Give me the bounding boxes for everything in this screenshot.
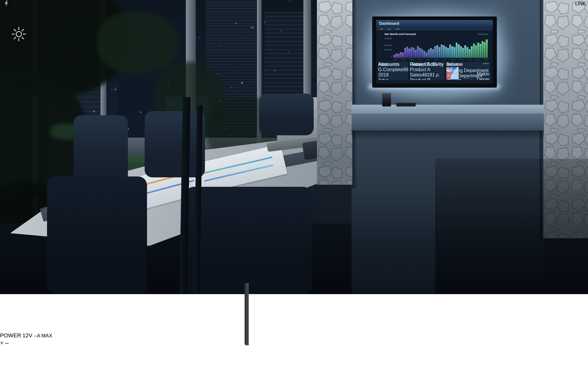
- tv-chart-bar: [456, 43, 457, 58]
- power-plus: +: [0, 339, 4, 346]
- textured-wall-panel: [317, 0, 353, 185]
- vent-slot-group: [0, 318, 8, 333]
- office-chair: [47, 176, 147, 294]
- wall-seam-shadow: [352, 0, 357, 188]
- y-axis-tick: 10,000,000: [377, 49, 392, 51]
- tv-chart-bar: [475, 45, 477, 58]
- city-light: [251, 27, 252, 28]
- wall-ledge-top: [352, 105, 544, 114]
- x-axis-tick: Mar 19: [402, 59, 405, 60]
- menu-item[interactable]: Edit: [387, 28, 391, 30]
- tv-chart-bar: [464, 45, 466, 58]
- tv-chart-bar: [445, 47, 447, 58]
- tv-chart-bar: [423, 51, 425, 58]
- city-light: [281, 31, 282, 31]
- tv-chart-bar: [469, 49, 470, 58]
- city-light: [235, 23, 236, 24]
- activity-row: Product A Sales48181 p.: [410, 67, 445, 78]
- city-light: [270, 49, 270, 50]
- city-light: [117, 87, 118, 87]
- tv-chart-bar: [460, 46, 462, 58]
- accounts-title: Accounts: [378, 62, 400, 67]
- vent-slot-group: [0, 73, 6, 86]
- tv-chart-bar: [458, 44, 460, 58]
- activity-row: Product B Sales78181 p.: [410, 78, 445, 80]
- tv-chart-bar: [428, 50, 430, 58]
- power-minus: –: [5, 339, 9, 346]
- wall-ledge-front: [352, 114, 544, 131]
- vent-slot-group: [0, 278, 8, 293]
- income-title: Income: [446, 62, 463, 67]
- networth-chart-title: Net Worth and Forecast: [385, 32, 416, 36]
- city-light: [217, 74, 218, 74]
- rear-device-left-edge: [245, 283, 249, 345]
- tv-chart-bar: [480, 44, 481, 58]
- panel-shading: [317, 0, 353, 185]
- vent-slot-group: [0, 36, 6, 49]
- city-light: [253, 27, 254, 28]
- tv-chart-bar: [426, 53, 427, 58]
- x-axis-tick: Sep 19: [426, 59, 430, 60]
- tv-chart-bar: [447, 48, 449, 58]
- tv-chart-bar: [486, 39, 487, 58]
- tv-chart-bar: [462, 48, 464, 58]
- department-item: Making Department: [477, 71, 490, 80]
- dashboard-titlebar: Dashboard: [376, 20, 493, 27]
- dashboard-menubar: FileEditView: [376, 27, 493, 31]
- tv-chart-bar: [398, 54, 400, 58]
- tv-chart-bar: [449, 44, 451, 58]
- phone-dock: [382, 93, 391, 106]
- x-axis-tick: Nov 20: [484, 59, 488, 60]
- tv-chart-bar: [430, 48, 432, 58]
- media-device: [396, 103, 416, 106]
- office-chair: [185, 187, 312, 294]
- power-voltage-label: 12V: [22, 332, 32, 339]
- wall-dark-vignette: [435, 159, 588, 294]
- city-light: [199, 37, 200, 38]
- ledge-shadow: [352, 131, 544, 141]
- tv-chart-bar: [411, 47, 412, 58]
- x-axis-tick: May 20: [460, 59, 464, 60]
- quick-review-link[interactable]: Quick Review: [478, 33, 489, 35]
- tv-chart-bar: [439, 47, 440, 58]
- tv-chart-bar: [402, 53, 404, 58]
- tv-chart-bar: [443, 45, 445, 58]
- chart-baseline: [393, 58, 488, 58]
- office-chair: [259, 94, 314, 135]
- x-axis-tick: Nov 19: [435, 59, 438, 60]
- tv-chart-bar: [400, 52, 402, 58]
- dashboard-title: Dashboard: [379, 21, 399, 26]
- tv-chart-bar: [393, 55, 395, 58]
- city-light: [93, 111, 95, 112]
- tv-chart-bar: [432, 49, 434, 58]
- menu-item[interactable]: View: [396, 28, 400, 30]
- x-axis-ticks: Jan 19Mar 19May 19Jul 19Sep 19Nov 19Jan …: [393, 59, 488, 60]
- vent-slot-group: [0, 48, 6, 61]
- x-axis-tick: Jan 19: [393, 59, 397, 60]
- account-row: Artur G.Complete81031pointsJul 2019: [378, 78, 408, 80]
- city-light: [140, 112, 141, 113]
- vent-slot-group: [0, 110, 6, 123]
- vent-slot-group: [0, 291, 8, 306]
- city-light: [239, 71, 240, 72]
- plant-leaf: [97, 12, 179, 74]
- tv-chart-bar: [415, 50, 417, 58]
- networth-bar-chart: [393, 37, 488, 58]
- rear-panel: POWER 12V --A MAX + – INPUTS UPI 100W PW…: [0, 332, 588, 370]
- tv-chart-bar: [404, 48, 406, 58]
- tv-chart-bar: [477, 43, 479, 58]
- office-chair: [74, 115, 128, 184]
- sig-label: SIG: [3, 1, 11, 6]
- x-axis-tick: Sep 20: [476, 59, 480, 60]
- tv-chart-bar: [395, 54, 397, 58]
- vent-slot-group: [0, 264, 8, 279]
- y-axis-tick: 0: [377, 56, 392, 58]
- x-axis-tick: Mar 20: [451, 59, 455, 60]
- y-axis-tick: 40,000,000: [377, 38, 392, 39]
- dashboard-screen: Dashboard FileEditView Net Worth and For…: [376, 20, 493, 84]
- activity-header: Recent Activity: [410, 62, 445, 65]
- wall-display: Dashboard FileEditView Net Worth and For…: [372, 16, 497, 88]
- accounts-header: Accounts: [378, 62, 408, 65]
- menu-item[interactable]: File: [380, 28, 383, 30]
- city-light: [115, 89, 116, 90]
